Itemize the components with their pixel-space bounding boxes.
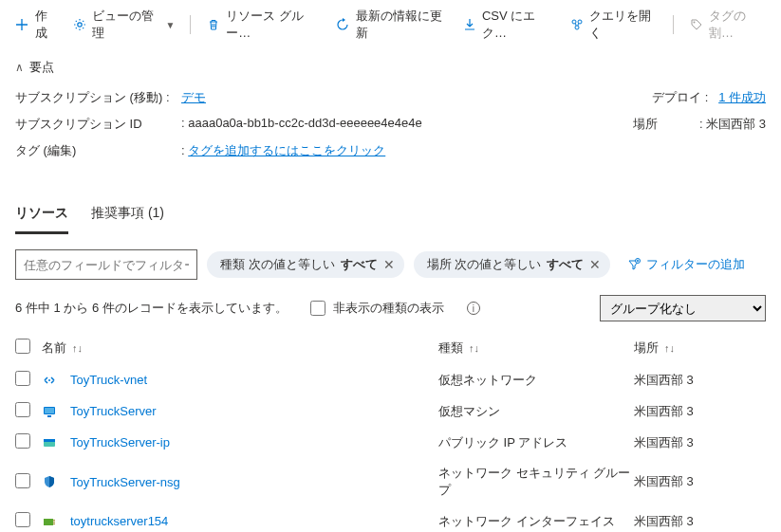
subscription-move-label: サブスクリプション (移動) : — [15, 89, 181, 106]
table-row: toytruckserver154ネットワーク インターフェイス米国西部 3 — [15, 505, 766, 532]
svg-point-3 — [575, 26, 579, 29]
chevron-down-icon: ▼ — [166, 20, 176, 30]
refresh-button[interactable]: 最新の情報に更新 — [336, 8, 447, 42]
filter-type-value: すべて — [341, 256, 378, 273]
resource-location: 米国西部 3 — [634, 473, 757, 490]
resource-icon — [42, 373, 57, 388]
row-checkbox[interactable] — [15, 512, 30, 527]
row-checkbox[interactable] — [15, 433, 30, 449]
resource-icon — [42, 435, 57, 450]
chevron-up-icon: ∧ — [15, 61, 24, 74]
refresh-label: 最新の情報に更新 — [356, 8, 447, 42]
grouping-select-wrapper: グループ化なし — [600, 295, 766, 321]
open-query-label: クエリを開く — [589, 8, 658, 42]
deploy-label: デプロイ : — [652, 89, 709, 106]
open-query-button[interactable]: クエリを開く — [569, 8, 658, 42]
resource-location: 米国西部 3 — [634, 403, 757, 420]
row-checkbox[interactable] — [15, 402, 30, 417]
create-button[interactable]: 作成 — [15, 8, 58, 42]
sort-icon: ↑↓ — [469, 342, 479, 354]
sort-icon: ↑↓ — [72, 342, 83, 354]
subscription-id-label: サブスクリプション ID — [15, 116, 181, 133]
resource-link[interactable]: ToyTruckServer-nsg — [70, 475, 180, 489]
svg-rect-12 — [44, 519, 53, 525]
resource-type: ネットワーク インターフェイス — [438, 513, 634, 530]
show-hidden-types[interactable]: 非表示の種類の表示 — [310, 300, 444, 317]
query-icon — [569, 17, 584, 32]
svg-rect-8 — [45, 408, 54, 413]
svg-rect-13 — [53, 520, 55, 521]
tab-resources[interactable]: リソース — [15, 197, 68, 234]
svg-point-4 — [693, 22, 695, 24]
filter-bar: 種類 次の値と等しい すべて ✕ 場所 次の値と等しい すべて ✕ フィルターの… — [0, 234, 781, 295]
table-row: ToyTruckServer-nsgネットワーク セキュリティ グループ米国西部… — [15, 458, 766, 505]
resource-type: 仮想ネットワーク — [438, 372, 634, 389]
divider — [190, 15, 191, 34]
refresh-icon — [336, 17, 350, 32]
svg-rect-14 — [53, 522, 55, 523]
row-checkbox[interactable] — [15, 371, 30, 386]
show-hidden-label: 非表示の種類の表示 — [333, 300, 444, 317]
close-icon[interactable]: ✕ — [589, 257, 601, 272]
info-icon[interactable]: i — [467, 302, 480, 315]
location-value: 米国西部 3 — [706, 117, 766, 131]
essentials-toggle[interactable]: ∧ 要点 — [0, 49, 781, 85]
filter-pill-location[interactable]: 場所 次の値と等しい すべて ✕ — [414, 251, 611, 278]
subscription-link[interactable]: デモ — [181, 90, 206, 104]
resource-location: 米国西部 3 — [634, 372, 757, 389]
row-checkbox[interactable] — [15, 473, 30, 488]
tags-label: タグ (編集) — [15, 142, 181, 159]
delete-label: リソース グルー… — [226, 8, 321, 42]
resource-link[interactable]: toytruckserver154 — [70, 514, 168, 528]
tag-icon — [689, 17, 703, 32]
add-filter-button[interactable]: フィルターの追加 — [620, 252, 753, 277]
resource-icon — [42, 404, 57, 419]
filter-input[interactable] — [15, 249, 197, 280]
close-icon[interactable]: ✕ — [383, 257, 395, 272]
export-csv-button[interactable]: CSV にエク… — [462, 8, 554, 42]
delete-button[interactable]: リソース グルー… — [206, 8, 321, 42]
select-all-checkbox[interactable] — [15, 339, 30, 354]
record-count-text: 6 件中 1 から 6 件のレコードを表示しています。 — [15, 300, 288, 317]
tags-add-link[interactable]: タグを追加するにはここをクリック — [188, 143, 385, 157]
resource-link[interactable]: ToyTruck-vnet — [70, 373, 147, 387]
deploy-link[interactable]: 1 件成功 — [718, 90, 766, 104]
resource-type: ネットワーク セキュリティ グループ — [438, 465, 634, 499]
table-row: ToyTruckServer仮想マシン米国西部 3 — [15, 395, 766, 427]
subscription-id-value: aaaa0a0a-bb1b-cc2c-dd3d-eeeeee4e4e4e — [188, 116, 422, 130]
assign-tags-button[interactable]: タグの割… — [689, 8, 766, 42]
col-header-type[interactable]: 種類 ↑↓ — [438, 339, 634, 357]
resource-icon — [42, 514, 57, 529]
svg-point-0 — [78, 23, 82, 27]
grouping-select[interactable]: グループ化なし — [600, 295, 766, 321]
trash-icon — [206, 17, 220, 32]
resource-link[interactable]: ToyTruckServer — [70, 404, 157, 418]
show-hidden-checkbox[interactable] — [310, 301, 325, 316]
assign-tags-label: タグの割… — [709, 8, 766, 42]
table-header: 名前 ↑↓ 種類 ↑↓ 場所 ↑↓ — [15, 331, 766, 364]
resource-link[interactable]: ToyTruckServer-ip — [70, 435, 170, 449]
svg-point-1 — [572, 20, 576, 24]
resources-table: 名前 ↑↓ 種類 ↑↓ 場所 ↑↓ ToyTruck-vnet仮想ネットワーク米… — [0, 331, 781, 532]
filter-location-label: 場所 次の値と等しい — [427, 256, 542, 273]
col-header-location[interactable]: 場所 ↑↓ — [634, 339, 757, 357]
manage-view-label: ビューの管理 — [92, 8, 159, 42]
tab-recommendations[interactable]: 推奨事項 (1) — [91, 197, 164, 234]
toolbar: 作成 ビューの管理 ▼ リソース グルー… 最新の情報に更新 CSV にエク… … — [0, 0, 781, 49]
manage-view-button[interactable]: ビューの管理 ▼ — [73, 8, 176, 42]
col-header-name[interactable]: 名前 ↑↓ — [42, 339, 438, 357]
tabs: リソース 推奨事項 (1) — [0, 197, 781, 234]
sort-icon: ↑↓ — [664, 342, 675, 354]
resource-location: 米国西部 3 — [634, 434, 757, 451]
filter-type-label: 種類 次の値と等しい — [220, 256, 335, 273]
filter-location-value: すべて — [547, 256, 584, 273]
svg-point-6 — [48, 379, 50, 381]
export-csv-label: CSV にエク… — [482, 8, 554, 42]
filter-pill-type[interactable]: 種類 次の値と等しい すべて ✕ — [207, 251, 404, 278]
divider — [673, 15, 674, 34]
resource-location: 米国西部 3 — [634, 513, 757, 530]
add-filter-label: フィルターの追加 — [646, 256, 745, 273]
gear-icon — [73, 17, 87, 32]
svg-rect-15 — [53, 523, 55, 524]
resource-icon — [42, 474, 57, 489]
